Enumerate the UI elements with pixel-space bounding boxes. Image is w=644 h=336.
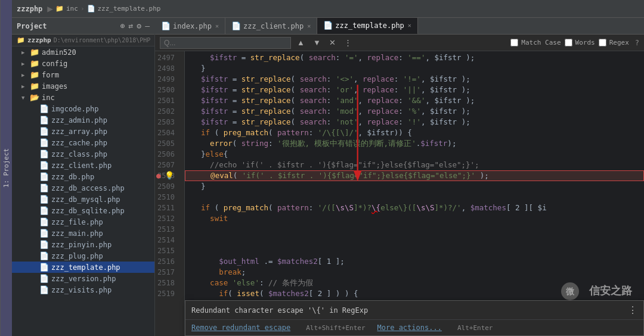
regex-option[interactable]: Regex: [599, 39, 629, 46]
sidebar-item-zzz-class[interactable]: 📄 zzz_class.php: [12, 148, 154, 160]
file-icon: 📄: [39, 138, 49, 147]
file-icon: 📄: [39, 229, 49, 238]
tab-close-icon[interactable]: ✕: [215, 23, 219, 29]
code-line-2502: $ifstr = str_replace( search: 'mod', rep…: [185, 106, 644, 117]
sidebar-item-zzz-template[interactable]: 📄 zzz_template.php: [12, 262, 154, 273]
sidebar-item-images[interactable]: ▶ 📁 images: [12, 80, 154, 92]
sidebar-item-zzz-db-access[interactable]: 📄 zzz_db_access.php: [12, 182, 154, 194]
sidebar-item-imgcode[interactable]: 📄 imgcode.php: [12, 103, 154, 114]
tab-index-php[interactable]: 📄 index.php ✕: [155, 18, 225, 35]
line-numbers: 2497 2498 2499 2500 2501 2502 2503 2504 …: [155, 51, 185, 336]
php-file-icon: 📄: [161, 21, 171, 30]
sidebar-item-zzz-array[interactable]: 📄 zzz_array.php: [12, 126, 154, 137]
file-icon: 📄: [39, 206, 49, 215]
file-icon: 📄: [39, 104, 49, 113]
more-actions-action[interactable]: More actions...: [377, 323, 442, 332]
code-line-2514: [185, 235, 644, 245]
close-sidebar-icon[interactable]: –: [145, 21, 150, 30]
code-line-2497: $ifstr = str_replace( search: '=', repla…: [185, 52, 644, 63]
code-line-2518: case 'else': // 条件为假: [185, 278, 644, 288]
file-icon: 📄: [39, 172, 49, 181]
code-content[interactable]: $ifstr = str_replace( search: '=', repla…: [185, 51, 644, 336]
sidebar-item-form[interactable]: ▶ 📁 form: [12, 69, 154, 80]
file-icon: 📄: [39, 183, 49, 192]
php-file-icon: 📄: [323, 21, 333, 30]
match-case-option[interactable]: Match Case: [510, 39, 561, 46]
code-line-2512: swit: [185, 213, 644, 224]
search-bar: ▲ ▼ ✕ ⋮ Match Case Words Rege: [155, 35, 644, 51]
tooltip-more-btn[interactable]: ⋮: [628, 304, 637, 316]
folder-icon: 📁: [30, 48, 39, 57]
settings-icon[interactable]: ⚙: [137, 21, 141, 30]
tab-zzz-client[interactable]: 📄 zzz_client.php ✕: [225, 18, 317, 35]
code-line-2517: break;: [185, 267, 644, 278]
sidebar-item-zzz-db-sqlite[interactable]: 📄 zzz_db_sqlite.php: [12, 205, 154, 216]
code-line-2499: $ifstr = str_replace( search: '<>', repl…: [185, 74, 644, 85]
file-icon: 📄: [39, 240, 49, 249]
sidebar-item-zzz-pinyin[interactable]: 📄 zzz_pinyin.php: [12, 239, 154, 250]
sidebar-item-zzz-db-mysql[interactable]: 📄 zzz_db_mysql.php: [12, 194, 154, 205]
code-line-2505: error( string: '很抱歉, 模板中有错误的判断,请修正'.$ifs…: [185, 138, 644, 149]
folder-icon: 📁: [30, 59, 39, 68]
breadcrumb-file: zzz_template.php: [98, 5, 161, 13]
code-line-2515: [185, 245, 644, 256]
file-icon: 📄: [39, 274, 49, 283]
project-root: 📁 zzzphp D:\environment\php\2018\PHP: [12, 35, 154, 46]
search-options-btn[interactable]: ⋮: [342, 37, 354, 48]
regex-help[interactable]: ?: [635, 39, 639, 47]
project-label-vert: 1: Project: [0, 0, 12, 336]
tab-close-icon[interactable]: ✕: [408, 22, 411, 29]
app-logo: zzzphp: [17, 5, 42, 13]
code-line-2498: }: [185, 63, 644, 74]
tab-zzz-template[interactable]: 📄 zzz_template.php ✕: [317, 18, 418, 35]
folder-open-icon: 📂: [30, 93, 39, 102]
remove-escape-action[interactable]: Remove redundant escape: [191, 323, 290, 332]
sidebar-item-zzz-visits[interactable]: 📄 zzz_visits.php: [12, 284, 154, 295]
file-icon: 📄: [39, 285, 49, 294]
file-tree: ▶ 📁 admin520 ▶ 📁 config ▶: [12, 46, 154, 336]
code-line-2503: $ifstr = str_replace( search: 'not', rep…: [185, 117, 644, 127]
sidebar-item-zzz-client[interactable]: 📄 zzz_client.php: [12, 160, 154, 171]
tooltip-actions: Remove redundant escape Alt+Shift+Enter …: [185, 320, 643, 335]
file-icon: 📄: [39, 161, 49, 170]
sidebar-item-zzz-file[interactable]: 📄 zzz_file.php: [12, 216, 154, 228]
sidebar-item-admin520[interactable]: ▶ 📁 admin520: [12, 46, 154, 58]
file-icon: 📄: [39, 251, 49, 260]
code-line-2501: $ifstr = str_replace( search: 'and', rep…: [185, 95, 644, 106]
sidebar-item-config[interactable]: ▶ 📁 config: [12, 58, 154, 69]
sidebar-item-inc[interactable]: ▼ 📂 inc: [12, 92, 154, 103]
sync-icon[interactable]: ⇄: [129, 21, 134, 30]
file-icon: 📄: [39, 150, 49, 158]
code-area: 2497 2498 2499 2500 2501 2502 2503 2504 …: [155, 51, 644, 336]
tooltip-header: Redundant character escape '\{' in RegEx…: [185, 301, 643, 320]
file-icon: 📄: [39, 116, 49, 125]
code-line-2510: [185, 192, 644, 203]
sidebar-header-icons: ⊕ ⇄ ⚙ –: [120, 21, 150, 30]
words-option[interactable]: Words: [565, 39, 595, 46]
tab-close-icon[interactable]: ✕: [307, 23, 311, 29]
php-file-icon: 📄: [231, 21, 241, 30]
sidebar-item-zzz-main[interactable]: 📄 zzz_main.php: [12, 228, 154, 239]
sidebar-item-zzz-admin[interactable]: 📄 zzz_admin.php: [12, 114, 154, 126]
code-line-2509: }: [185, 181, 644, 192]
file-icon: 📄: [39, 127, 49, 136]
search-down-btn[interactable]: ▼: [311, 37, 323, 48]
search-up-btn[interactable]: ▲: [295, 37, 307, 48]
sidebar-item-zzz-version[interactable]: 📄 zzz_version.php: [12, 273, 154, 284]
code-line-2504: if ( preg_match( pattern: '/\{[\]/', $if…: [185, 127, 644, 138]
breadcrumb-file-icon: 📄: [87, 5, 95, 13]
code-line-2516: $out_html .= $matches2[ 1 ];: [185, 256, 644, 267]
add-icon[interactable]: ⊕: [120, 21, 125, 30]
file-icon: 📄: [39, 195, 49, 204]
sidebar-item-zzz-plug[interactable]: 📄 zzz_plug.php: [12, 250, 154, 262]
sidebar-item-zzz-cache[interactable]: 📄 zzz_cache.php: [12, 137, 154, 148]
sidebar-item-zzz-db[interactable]: 📄 zzz_db.php: [12, 171, 154, 182]
top-bar: zzzphp ▶ 📁 inc › 📄 zzz_template.php: [12, 0, 644, 18]
root-path: D:\environment\php\2018\PHP: [54, 37, 151, 43]
code-line-2519: if( isset( $matches2[ 2 ] ) ) {: [185, 288, 644, 299]
sidebar-header: Project ⊕ ⇄ ⚙ –: [12, 18, 154, 35]
editor-area: 📄 index.php ✕ 📄 zzz_client.php ✕ 📄 zzz_t…: [155, 18, 644, 336]
file-icon: 📄: [39, 263, 49, 272]
search-close-btn[interactable]: ✕: [327, 37, 338, 48]
search-input[interactable]: [160, 37, 291, 49]
